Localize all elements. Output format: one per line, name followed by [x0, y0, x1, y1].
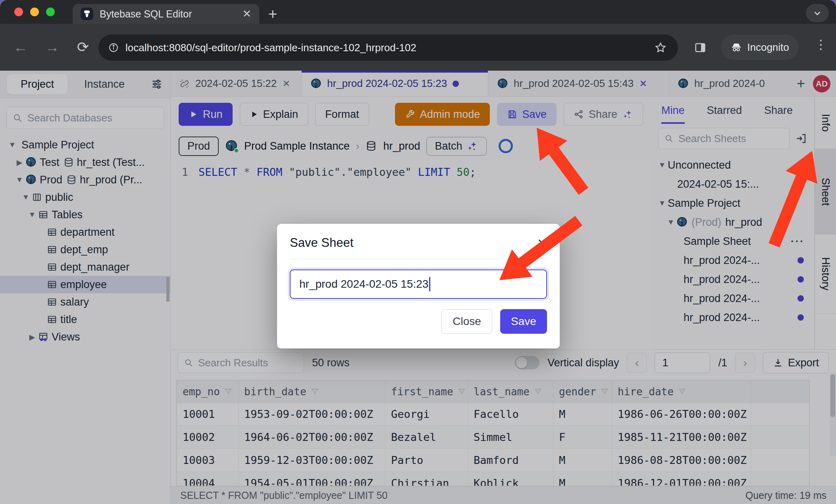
site-info-icon[interactable] — [108, 42, 119, 53]
column-header[interactable]: birth_date — [239, 381, 385, 403]
sort-icon[interactable] — [310, 387, 319, 396]
export-button[interactable]: Export — [763, 352, 829, 373]
admin-mode-button[interactable]: Admin mode — [395, 103, 490, 126]
caret-down-icon[interactable]: ▼ — [665, 218, 676, 227]
sidebar-settings-icon[interactable] — [150, 78, 163, 90]
back-button[interactable]: ← — [13, 39, 28, 56]
table-row[interactable]: 100021964-06-02T00:00:00ZBezalelSimmelF1… — [177, 426, 809, 449]
close-tab-icon[interactable]: ✕ — [282, 78, 290, 89]
window-close-button[interactable] — [14, 8, 23, 16]
sheet-search-input[interactable] — [678, 133, 784, 145]
user-avatar[interactable]: AD — [813, 75, 830, 92]
caret-down-icon[interactable]: ▼ — [13, 175, 25, 184]
tree-node-table-title[interactable]: title — [0, 311, 170, 328]
tab-starred[interactable]: Starred — [707, 97, 742, 124]
database-name[interactable]: hr_prod — [383, 140, 420, 152]
forward-button[interactable]: → — [45, 39, 60, 56]
sort-icon[interactable] — [600, 387, 609, 396]
results-search[interactable] — [178, 352, 304, 373]
next-page-button[interactable]: › — [735, 353, 755, 373]
vertical-display-toggle[interactable] — [515, 356, 539, 369]
window-zoom-button[interactable] — [46, 8, 55, 16]
table-row[interactable]: 100031959-12-03T00:00:00ZPartoBamfordM19… — [177, 449, 809, 472]
tree-node-project[interactable]: ▼ Sample Project — [0, 136, 170, 154]
modal-close-icon[interactable]: ✕ — [537, 236, 547, 250]
sheet-tab-unsaved[interactable]: 2024-02-05 15:22 ✕ — [171, 71, 302, 96]
sheet-db-node[interactable]: ▼ (Prod) hr_prod — [651, 213, 814, 232]
tree-node-test-db[interactable]: ▶ Test hr_test (Test... — [0, 154, 170, 171]
sheet-tab-3[interactable]: hr_prod 2024-02-05 15:43 ✕ — [488, 71, 669, 96]
tab-mine[interactable]: Mine — [661, 97, 685, 124]
tab-instance[interactable]: Instance — [84, 78, 125, 90]
sheet-item[interactable]: hr_prod 2024-... — [651, 270, 814, 289]
caret-down-icon[interactable]: ▼ — [657, 161, 668, 169]
explain-button[interactable]: Explain — [240, 103, 308, 126]
table-row[interactable]: 100011953-09-02T00:00:00ZGeorgiFacelloM1… — [177, 403, 809, 426]
sort-icon[interactable] — [224, 387, 233, 396]
sheet-item[interactable]: hr_prod 2024-... — [651, 308, 814, 327]
window-minimize-button[interactable] — [30, 8, 39, 16]
browser-tab[interactable]: Bytebase SQL Editor ✕ — [73, 4, 259, 24]
reload-button[interactable]: ⟳ — [77, 39, 89, 56]
format-button[interactable]: Format — [315, 103, 369, 126]
side-panel-icon[interactable] — [694, 41, 707, 54]
tree-node-table-dept-manager[interactable]: dept_manager — [0, 258, 170, 276]
url-bar[interactable]: localhost:8080/sql-editor/prod-sample-in… — [98, 35, 678, 61]
caret-down-icon[interactable]: ▼ — [26, 210, 38, 219]
rail-tab-sheet[interactable]: Sheet — [815, 149, 836, 235]
tree-node-table-department[interactable]: department — [0, 223, 170, 241]
share-button[interactable]: Share — [564, 103, 643, 126]
sidebar-resize-handle[interactable] — [166, 277, 170, 302]
sheet-item-sample[interactable]: Sample Sheet ··· — [651, 232, 814, 251]
save-sheet-button[interactable]: Save — [497, 103, 557, 126]
sort-icon[interactable] — [457, 387, 466, 396]
modal-save-button[interactable]: Save — [500, 309, 547, 334]
caret-down-icon[interactable]: ▼ — [20, 193, 32, 202]
tab-project[interactable]: Project — [7, 74, 67, 94]
sheet-tab-4[interactable]: hr_prod 2024-0 — [669, 71, 768, 96]
instance-name[interactable]: Prod Sample Instance — [244, 140, 350, 152]
sheet-tab-active[interactable]: hr_prod 2024-02-05 15:23 — [302, 71, 488, 96]
caret-down-icon[interactable]: ▼ — [657, 199, 668, 208]
sheet-name-input[interactable]: hr_prod 2024-02-05 15:23 — [290, 269, 547, 299]
tree-node-table-dept-emp[interactable]: dept_emp — [0, 241, 170, 258]
sheet-group-unconnected[interactable]: ▼ Unconnected — [651, 156, 814, 175]
column-header[interactable]: hire_date — [612, 381, 751, 403]
caret-down-icon[interactable]: ▼ — [6, 140, 18, 149]
browser-tab-close-icon[interactable]: ✕ — [242, 8, 251, 20]
column-header[interactable]: emp_no — [177, 381, 239, 403]
results-scrollbar[interactable] — [830, 373, 836, 456]
caret-right-icon[interactable]: ▶ — [26, 333, 38, 342]
caret-right-icon[interactable]: ▶ — [13, 158, 25, 167]
sheet-item[interactable]: hr_prod 2024-... — [651, 251, 814, 270]
run-button[interactable]: Run — [179, 103, 233, 126]
results-search-input[interactable] — [198, 357, 298, 369]
import-sheet-icon[interactable] — [795, 133, 807, 144]
database-search-input[interactable] — [27, 112, 158, 124]
column-header[interactable]: gender — [553, 381, 612, 403]
tree-node-table-salary[interactable]: salary — [0, 293, 170, 311]
column-header[interactable]: first_name — [385, 381, 468, 403]
sheet-search[interactable] — [658, 128, 790, 149]
prev-page-button[interactable]: ‹ — [627, 353, 647, 373]
modal-close-button[interactable]: Close — [441, 309, 492, 334]
browser-menu-icon[interactable]: ⋮ — [815, 37, 827, 52]
sort-icon[interactable] — [534, 387, 542, 396]
new-sheet-tab-button[interactable]: + — [797, 75, 805, 92]
tree-node-schema-public[interactable]: ▼ public — [0, 189, 170, 206]
tab-search-button[interactable] — [806, 4, 829, 22]
close-tab-icon[interactable]: ✕ — [639, 78, 647, 89]
tab-share[interactable]: Share — [764, 97, 793, 124]
rail-tab-history[interactable]: History — [815, 235, 836, 314]
bookmark-star-icon[interactable] — [654, 41, 667, 54]
more-actions-icon[interactable]: ··· — [791, 235, 805, 248]
tree-node-views[interactable]: ▶ Views — [0, 328, 170, 346]
table-row[interactable]: 100041954-05-01T00:00:00ZChirstianKoblic… — [177, 472, 809, 487]
sheet-group-project[interactable]: ▼ Sample Project — [651, 194, 814, 213]
sort-icon[interactable] — [678, 387, 686, 396]
environment-chip[interactable]: Prod — [179, 137, 219, 156]
tree-node-prod-db[interactable]: ▼ Prod hr_prod (Pr... — [0, 171, 170, 189]
tree-node-tables[interactable]: ▼ Tables — [0, 206, 170, 223]
rail-tab-info[interactable]: Info — [815, 97, 836, 149]
new-tab-button[interactable]: + — [268, 6, 277, 23]
